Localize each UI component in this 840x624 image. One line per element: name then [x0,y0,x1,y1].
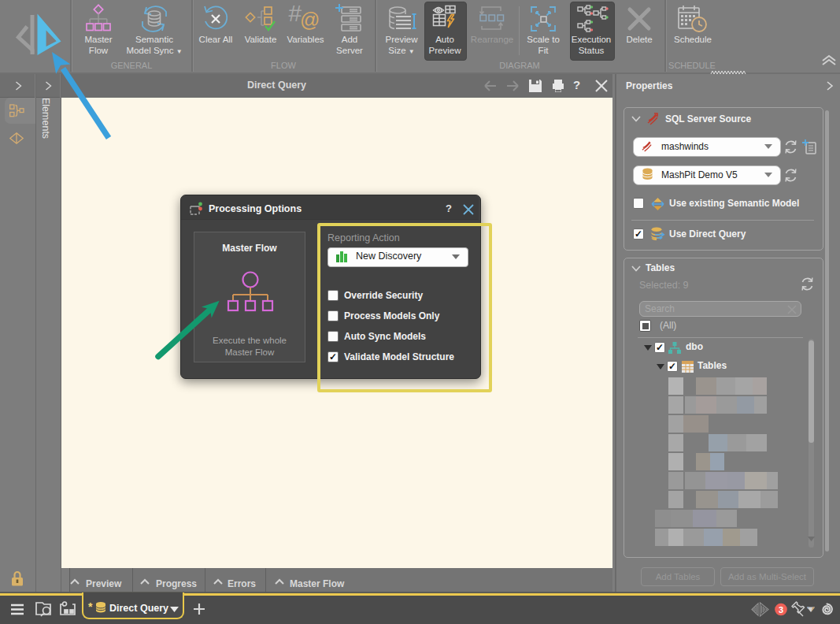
svg-text:Errors: Errors [228,578,256,589]
svg-text:3: 3 [779,605,783,615]
svg-text:Master Flow: Master Flow [290,578,345,589]
svg-text:Preview: Preview [86,578,122,589]
svg-text:Progress: Progress [156,578,197,589]
